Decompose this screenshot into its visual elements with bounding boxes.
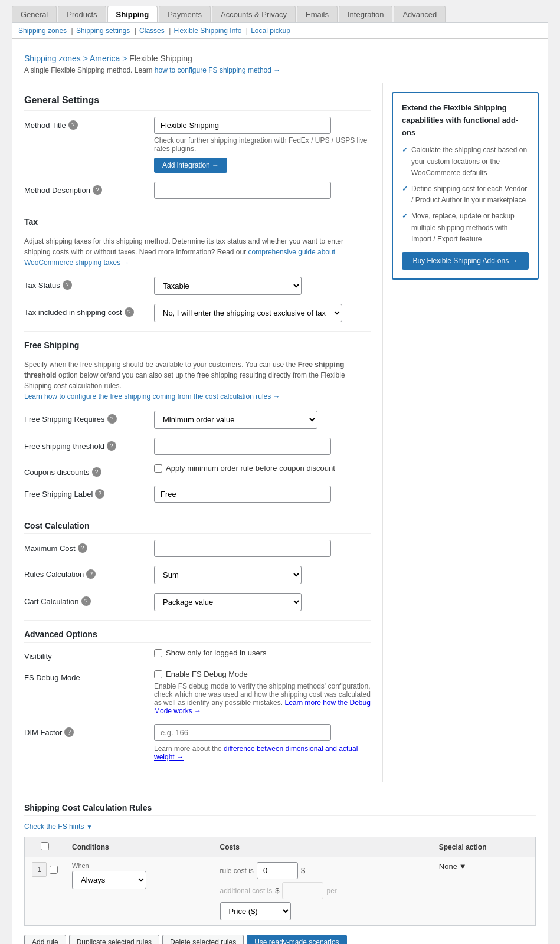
additional-cost-input[interactable] [282, 882, 323, 899]
special-action-none[interactable]: None ▼ [439, 862, 467, 871]
tab-emails[interactable]: Emails [297, 6, 338, 22]
additional-cost-area: additional cost is $ per [220, 882, 425, 899]
duplicate-rules-button[interactable]: Duplicate selected rules [69, 935, 159, 944]
maximum-cost-row: Maximum Cost ? [24, 540, 371, 557]
sidebar: Extend the Flexible Shipping capabilitie… [382, 83, 548, 782]
add-integration-button[interactable]: Add integration → [154, 158, 227, 173]
tax-status-select[interactable]: Taxable None [154, 277, 302, 295]
free-shipping-requires-help-icon[interactable]: ? [107, 414, 117, 424]
tax-status-label: Tax Status [24, 281, 60, 290]
method-title-row: Method Title ? Check our further shippin… [24, 117, 371, 173]
dim-factor-input[interactable] [154, 724, 331, 741]
free-shipping-requires-row: Free Shipping Requires ? Minimum order v… [24, 411, 371, 429]
cart-calculation-help-icon[interactable]: ? [81, 596, 91, 606]
info-line: A single Flexible Shipping method. Learn… [24, 66, 536, 74]
when-select-area: Always Weight Price Item count Shipping … [72, 871, 146, 889]
coupons-discounts-help-icon[interactable]: ? [92, 467, 101, 477]
method-description-help-icon[interactable]: ? [93, 185, 102, 195]
tab-products[interactable]: Products [58, 6, 106, 22]
subnav-shipping-zones[interactable]: Shipping zones [18, 27, 67, 35]
tax-included-row: Tax included in shipping cost ? No, I wi… [24, 304, 371, 322]
tab-payments[interactable]: Payments [159, 6, 211, 22]
per-label: per [326, 887, 336, 895]
tax-status-help-icon[interactable]: ? [63, 280, 72, 290]
rule-cost-input[interactable] [257, 862, 298, 879]
tax-included-select[interactable]: No, I will enter the shipping cost exclu… [154, 304, 342, 322]
maximum-cost-help-icon[interactable]: ? [78, 543, 87, 553]
tax-included-label: Tax included in shipping cost [24, 308, 122, 317]
rules-calculation-help-icon[interactable]: ? [86, 569, 96, 579]
free-shipping-guide-link[interactable]: Learn how to configure the free shipping… [24, 392, 280, 401]
rules-calculation-select[interactable]: Sum Product [154, 566, 302, 584]
tab-general[interactable]: General [12, 6, 57, 22]
sidebar-feature-1: ✓ Calculate the shipping cost based on y… [402, 145, 529, 179]
tab-advanced[interactable]: Advanced [394, 6, 446, 22]
breadcrumb-america[interactable]: America [90, 54, 120, 63]
debug-mode-checkbox-text: Enable FS Debug Mode [166, 670, 248, 678]
chevron-down-icon: ▼ [86, 824, 92, 830]
method-title-desc: Check our further shipping integration w… [154, 136, 371, 153]
tab-integration[interactable]: Integration [339, 6, 392, 22]
breadcrumb: Shipping zones > America > Flexible Ship… [24, 48, 536, 66]
dim-factor-help-icon[interactable]: ? [64, 727, 74, 737]
rule-cost-label: rule cost is [220, 867, 254, 875]
costs-header: Costs [213, 837, 432, 857]
configure-fs-link[interactable]: how to configure FS shipping method → [155, 66, 280, 74]
free-shipping-label-help-icon[interactable]: ? [95, 489, 104, 499]
breadcrumb-shipping-zones[interactable]: Shipping zones [24, 54, 81, 63]
fs-hints-link[interactable]: Check the FS hints ▼ [24, 822, 92, 831]
subnav-classes[interactable]: Classes [139, 27, 165, 35]
dim-factor-row: DIM Factor ? Learn more about the differ… [24, 724, 371, 761]
free-shipping-requires-select[interactable]: Minimum order value A valid coupon A min… [154, 411, 317, 429]
free-shipping-threshold-input[interactable] [154, 438, 331, 455]
breadcrumb-current: Flexible Shipping [129, 54, 192, 63]
rule-row-checkbox[interactable] [50, 866, 58, 874]
free-shipping-threshold-row: Free shipping threshold ? [24, 438, 371, 455]
method-title-input[interactable] [154, 117, 331, 134]
additional-cost-label: additional cost is [220, 887, 273, 895]
buy-addons-button[interactable]: Buy Flexible Shipping Add-ons → [402, 252, 529, 270]
free-shipping-threshold-help-icon[interactable]: ? [107, 441, 116, 451]
tab-accounts-privacy[interactable]: Accounts & Privacy [212, 6, 296, 22]
method-title-help-icon[interactable]: ? [68, 120, 78, 130]
visibility-label: Visibility [24, 652, 52, 661]
cart-calculation-select[interactable]: Package value Cart value [154, 593, 302, 611]
when-select[interactable]: Always Weight Price Item count Shipping … [72, 871, 146, 889]
conditions-header: Conditions [65, 837, 213, 857]
subnav-flexible-shipping-info[interactable]: Flexible Shipping Info [174, 27, 242, 35]
chevron-down-icon-special: ▼ [459, 862, 467, 871]
cart-calculation-label: Cart Calculation [24, 597, 79, 606]
coupons-discounts-checkbox-label[interactable]: Apply minimum order rule before coupon d… [154, 464, 371, 473]
free-shipping-label-label: Free Shipping Label [24, 490, 93, 499]
rule-row: 1 When Always Weight Price [25, 857, 536, 926]
method-description-input[interactable] [154, 182, 331, 199]
tax-note: Adjust shipping taxes for this shipping … [24, 236, 371, 268]
sidebar-feature-3: ✓ Move, replace, update or backup multip… [402, 211, 529, 245]
debug-mode-checkbox-label[interactable]: Enable FS Debug Mode [154, 670, 371, 678]
coupons-discounts-checkbox[interactable] [154, 464, 162, 473]
cost-rules-section: Shipping Cost Calculation Rules Check th… [12, 782, 548, 944]
breadcrumb-sep2: > [122, 54, 127, 63]
coupons-discounts-checkbox-text: Apply minimum order rule before coupon d… [166, 464, 335, 473]
tax-header: Tax [24, 217, 371, 230]
select-all-rules-checkbox[interactable] [41, 842, 49, 850]
tax-included-help-icon[interactable]: ? [125, 307, 134, 317]
debug-mode-checkbox[interactable] [154, 670, 162, 678]
debug-mode-row: FS Debug Mode Enable FS Debug Mode Enabl… [24, 670, 371, 715]
visibility-checkbox[interactable] [154, 649, 162, 657]
visibility-checkbox-label[interactable]: Show only for logged in users [154, 648, 371, 657]
add-rule-button[interactable]: Add rule [24, 935, 66, 944]
debug-mode-desc: Enable FS debug mode to verify the shipp… [154, 682, 371, 715]
sidebar-feature-2: ✓ Define shipping cost for each Vendor /… [402, 183, 529, 206]
price-per-select[interactable]: Price ($) Weight Item count Qty [220, 902, 291, 920]
ready-made-scenarios-button[interactable]: Use ready-made scenarios [247, 935, 346, 944]
delete-rules-button[interactable]: Delete selected rules [162, 935, 244, 944]
subnav-shipping-settings[interactable]: Shipping settings [76, 27, 130, 35]
method-description-row: Method Description ? [24, 182, 371, 199]
subnav-local-pickup[interactable]: Local pickup [251, 27, 290, 35]
maximum-cost-input[interactable] [154, 540, 331, 557]
free-shipping-label-input[interactable] [154, 486, 331, 503]
method-title-label: Method Title [24, 121, 66, 130]
tab-shipping[interactable]: Shipping [107, 6, 158, 22]
visibility-checkbox-text: Show only for logged in users [166, 648, 267, 657]
